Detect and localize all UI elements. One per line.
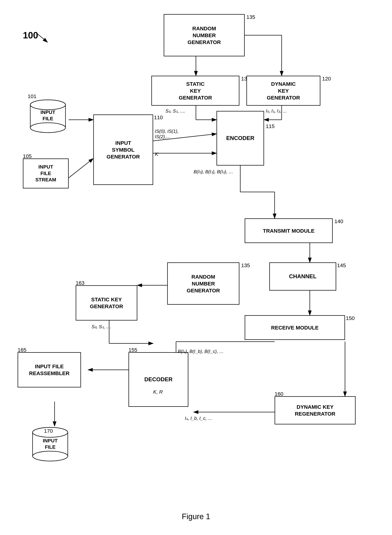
random-number-generator-bottom: RANDOMNUMBERGENERATOR: [167, 262, 239, 305]
figure-caption: Figure 1: [0, 512, 392, 521]
transmit-module: TRANSMIT MODULE: [245, 218, 333, 243]
ref-110: 110: [154, 114, 163, 120]
ref-145: 145: [337, 262, 346, 268]
svg-point-30: [30, 123, 65, 133]
svg-line-9: [69, 159, 93, 178]
input-file-top: INPUTFILE: [28, 99, 68, 134]
ref-135-bottom: 135: [241, 262, 250, 268]
static-key-generator-top: STATICKEYGENERATOR: [151, 76, 239, 106]
encoder: ENCODER: [216, 111, 264, 165]
decoder: DECODER: [129, 352, 188, 407]
ref-165: 165: [18, 347, 26, 353]
dynamic-key-generator: DYNAMICKEYGENERATOR: [247, 76, 320, 106]
dynamic-key-regenerator: DYNAMIC KEYREGENERATOR: [275, 396, 355, 424]
receive-module: RECEIVE MODULE: [245, 315, 345, 340]
s0-s1-label-bottom: S₀, S₁, ....: [92, 324, 111, 329]
ref-163: 163: [76, 280, 84, 286]
ia-ib-ic-label: Iₐ, I_b, I_c, …: [185, 416, 212, 421]
svg-line-36: [37, 33, 47, 42]
ref-101: 101: [28, 93, 37, 99]
ref-160: 160: [275, 391, 283, 397]
ref-155: 155: [129, 347, 137, 353]
ref-105: 105: [23, 153, 32, 159]
static-key-generator-bottom: STATIC KEYGENERATOR: [76, 285, 137, 320]
k-label-top: K: [155, 151, 158, 157]
ref-135-top: 135: [247, 14, 255, 20]
diagram: 100 RANDOMNUMBERGENERATOR 135 STATICKEYG…: [0, 0, 392, 535]
i0-i1-i2-label: I₀, I₁, I₂, …: [266, 108, 287, 114]
svg-point-31: [30, 100, 65, 110]
channel: CHANNEL: [269, 262, 336, 291]
ref-115: 115: [266, 123, 275, 129]
ref-140: 140: [334, 218, 343, 224]
ref-120: 120: [322, 76, 331, 82]
b-ia-label: B(Iₐ), B(I_b), B(I_c), …: [178, 349, 224, 354]
input-symbol-generator: INPUTSYMBOLGENERATOR: [93, 114, 153, 185]
input-file-stream: INPUTFILESTREAM: [23, 159, 69, 188]
is-label-top: IS(0), IS(1),IS(2),...: [155, 129, 178, 140]
ref-100-arrow: [23, 30, 58, 47]
svg-point-34: [33, 451, 68, 461]
ref-150: 150: [346, 315, 355, 321]
input-file-reassembler: INPUT FILEREASSEMBLER: [18, 352, 81, 387]
ref-170: 170: [44, 428, 53, 434]
k-r-label: K, R: [153, 389, 163, 395]
b-i-label-top: B(I₀), B(I₁), B(I₂), …: [194, 169, 233, 174]
random-number-generator-top: RANDOMNUMBERGENERATOR: [164, 14, 245, 56]
s0-s1-label-top: S₀, S₁, ....: [165, 108, 185, 114]
